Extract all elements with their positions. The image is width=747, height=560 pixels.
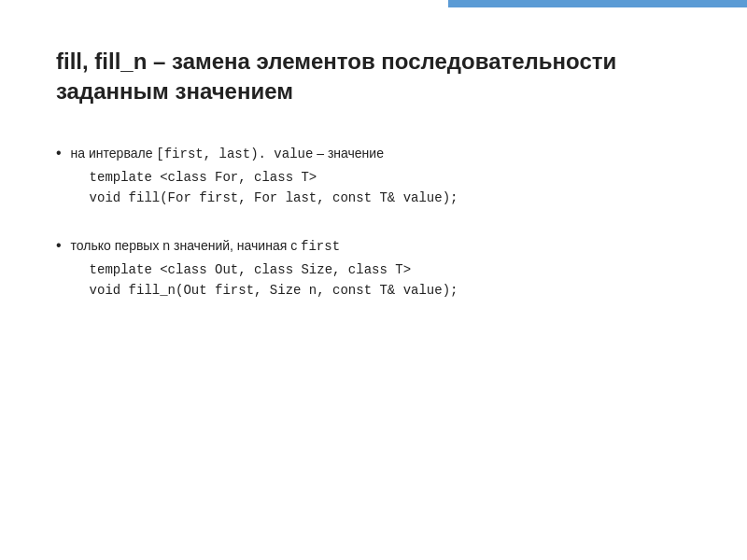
bullet-section-1: • на интервале [first, last). value – зн… xyxy=(56,145,691,209)
bullet-desc-1-mono: [first, last). value xyxy=(156,147,313,161)
bullet-desc-1-plain: на интервале xyxy=(71,146,157,161)
code-line-2-1: template <class Out, class Size, class T… xyxy=(90,259,458,280)
bullet-desc-2-mono: first xyxy=(301,239,340,254)
code-block-2: template <class Out, class Size, class T… xyxy=(90,259,458,301)
bullet-list: • на интервале [first, last). value – зн… xyxy=(56,145,691,301)
code-line-1-2: void fill(For first, For last, const T& … xyxy=(90,188,458,208)
page-title: fill, fill_n – замена элементов последов… xyxy=(56,47,691,107)
bullet-desc-2: только первых n значений, начиная с firs… xyxy=(71,238,340,253)
bullet-item-1: • на интервале [first, last). value – зн… xyxy=(56,145,691,209)
bullet-item-2: • только первых n значений, начиная с fi… xyxy=(56,237,691,301)
code-block-1: template <class For, class T> void fill(… xyxy=(90,167,458,209)
bullet-section-2: • только первых n значений, начиная с fi… xyxy=(56,237,691,301)
code-line-1-1: template <class For, class T> xyxy=(90,167,458,188)
bullet-desc-1: на интервале [first, last). value – знач… xyxy=(71,146,384,161)
bullet-dot-1: • xyxy=(56,145,62,161)
top-accent-bar xyxy=(448,0,747,7)
bullet-desc-1-suffix: – значение xyxy=(313,146,384,161)
code-line-2-2: void fill_n(Out first, Size n, const T& … xyxy=(90,280,458,301)
bullet-dot-2: • xyxy=(56,237,62,254)
main-content: fill, fill_n – замена элементов последов… xyxy=(0,0,747,366)
bullet-desc-2-plain: только первых n значений, начиная с xyxy=(71,238,301,253)
